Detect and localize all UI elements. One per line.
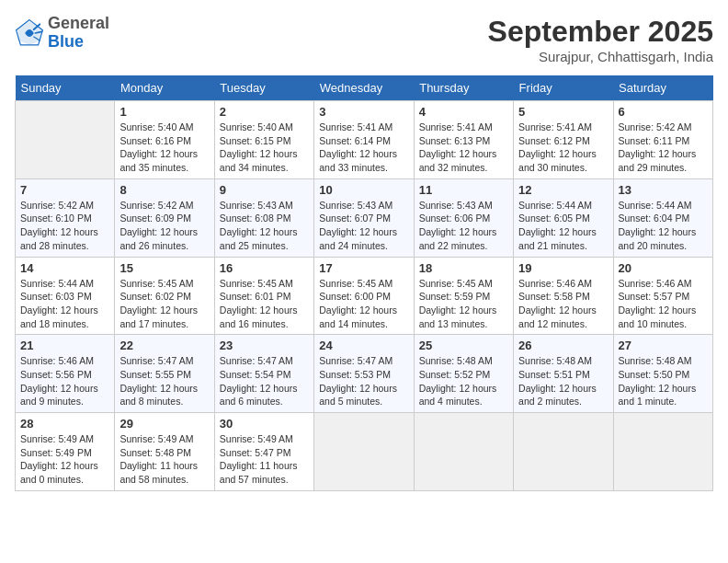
day-number: 3 bbox=[319, 105, 408, 119]
day-info: Sunrise: 5:49 AMSunset: 5:49 PMDaylight:… bbox=[20, 432, 109, 487]
calendar-cell: 12Sunrise: 5:44 AMSunset: 6:05 PMDayligh… bbox=[514, 178, 613, 257]
day-number: 15 bbox=[119, 261, 209, 275]
calendar-cell: 5Sunrise: 5:41 AMSunset: 6:12 PMDaylight… bbox=[514, 101, 613, 179]
day-info: Sunrise: 5:47 AMSunset: 5:55 PMDaylight:… bbox=[119, 354, 209, 408]
logo-blue-text: Blue bbox=[48, 32, 84, 51]
day-info: Sunrise: 5:44 AMSunset: 6:04 PMDaylight:… bbox=[619, 199, 708, 253]
calendar-cell bbox=[414, 413, 513, 491]
calendar-cell: 1Sunrise: 5:40 AMSunset: 6:16 PMDaylight… bbox=[115, 101, 214, 179]
day-number: 13 bbox=[619, 183, 708, 197]
logo: General Blue bbox=[15, 15, 109, 52]
calendar-cell: 9Sunrise: 5:43 AMSunset: 6:08 PMDaylight… bbox=[214, 178, 313, 257]
calendar-cell: 10Sunrise: 5:43 AMSunset: 6:07 PMDayligh… bbox=[314, 178, 414, 257]
calendar-cell: 6Sunrise: 5:42 AMSunset: 6:11 PMDaylight… bbox=[613, 101, 712, 179]
day-info: Sunrise: 5:46 AMSunset: 5:58 PMDaylight:… bbox=[518, 277, 608, 331]
day-number: 21 bbox=[20, 339, 109, 352]
day-info: Sunrise: 5:46 AMSunset: 5:57 PMDaylight:… bbox=[619, 277, 708, 331]
day-number: 29 bbox=[119, 417, 209, 431]
day-number: 11 bbox=[419, 183, 508, 197]
day-info: Sunrise: 5:43 AMSunset: 6:06 PMDaylight:… bbox=[419, 199, 508, 253]
location-text: Surajpur, Chhattisgarh, India bbox=[488, 49, 713, 64]
day-number: 28 bbox=[20, 417, 109, 431]
day-number: 17 bbox=[319, 261, 408, 275]
calendar-cell: 19Sunrise: 5:46 AMSunset: 5:58 PMDayligh… bbox=[514, 257, 613, 335]
day-number: 16 bbox=[220, 261, 309, 275]
day-number: 5 bbox=[518, 105, 608, 119]
day-info: Sunrise: 5:48 AMSunset: 5:50 PMDaylight:… bbox=[619, 354, 708, 408]
day-number: 9 bbox=[220, 183, 309, 197]
weekday-header-saturday: Saturday bbox=[613, 75, 712, 101]
day-info: Sunrise: 5:47 AMSunset: 5:54 PMDaylight:… bbox=[220, 354, 309, 408]
weekday-header-sunday: Sunday bbox=[16, 75, 115, 101]
calendar-cell: 23Sunrise: 5:47 AMSunset: 5:54 PMDayligh… bbox=[214, 335, 313, 413]
day-info: Sunrise: 5:45 AMSunset: 6:00 PMDaylight:… bbox=[319, 277, 408, 331]
day-info: Sunrise: 5:49 AMSunset: 5:47 PMDaylight:… bbox=[220, 432, 309, 487]
day-number: 7 bbox=[20, 183, 109, 197]
calendar-cell: 8Sunrise: 5:42 AMSunset: 6:09 PMDaylight… bbox=[115, 178, 214, 257]
calendar-table: SundayMondayTuesdayWednesdayThursdayFrid… bbox=[15, 75, 713, 491]
calendar-week-row: 14Sunrise: 5:44 AMSunset: 6:03 PMDayligh… bbox=[16, 257, 713, 335]
calendar-cell: 24Sunrise: 5:47 AMSunset: 5:53 PMDayligh… bbox=[314, 335, 414, 413]
calendar-cell: 3Sunrise: 5:41 AMSunset: 6:14 PMDaylight… bbox=[314, 101, 414, 179]
day-info: Sunrise: 5:47 AMSunset: 5:53 PMDaylight:… bbox=[319, 354, 408, 408]
day-info: Sunrise: 5:45 AMSunset: 5:59 PMDaylight:… bbox=[419, 277, 508, 331]
calendar-cell: 21Sunrise: 5:46 AMSunset: 5:56 PMDayligh… bbox=[16, 335, 115, 413]
day-info: Sunrise: 5:45 AMSunset: 6:01 PMDaylight:… bbox=[220, 277, 309, 331]
day-info: Sunrise: 5:41 AMSunset: 6:12 PMDaylight:… bbox=[518, 121, 608, 175]
day-info: Sunrise: 5:49 AMSunset: 5:48 PMDaylight:… bbox=[119, 432, 209, 487]
month-title: September 2025 bbox=[488, 15, 713, 49]
calendar-cell: 7Sunrise: 5:42 AMSunset: 6:10 PMDaylight… bbox=[16, 178, 115, 257]
day-number: 19 bbox=[518, 261, 608, 275]
calendar-cell: 13Sunrise: 5:44 AMSunset: 6:04 PMDayligh… bbox=[613, 178, 712, 257]
calendar-cell bbox=[613, 413, 712, 491]
logo-general-text: General bbox=[48, 14, 109, 32]
day-info: Sunrise: 5:42 AMSunset: 6:09 PMDaylight:… bbox=[119, 199, 209, 253]
day-info: Sunrise: 5:42 AMSunset: 6:11 PMDaylight:… bbox=[619, 121, 708, 175]
day-number: 20 bbox=[619, 261, 708, 275]
calendar-cell: 16Sunrise: 5:45 AMSunset: 6:01 PMDayligh… bbox=[214, 257, 313, 335]
calendar-cell: 29Sunrise: 5:49 AMSunset: 5:48 PMDayligh… bbox=[115, 413, 214, 491]
calendar-cell bbox=[514, 413, 613, 491]
day-number: 22 bbox=[119, 339, 209, 352]
day-number: 23 bbox=[220, 339, 309, 352]
day-number: 12 bbox=[518, 183, 608, 197]
calendar-cell: 18Sunrise: 5:45 AMSunset: 5:59 PMDayligh… bbox=[414, 257, 513, 335]
calendar-cell: 15Sunrise: 5:45 AMSunset: 6:02 PMDayligh… bbox=[115, 257, 214, 335]
day-info: Sunrise: 5:41 AMSunset: 6:14 PMDaylight:… bbox=[319, 121, 408, 175]
day-info: Sunrise: 5:43 AMSunset: 6:08 PMDaylight:… bbox=[220, 199, 309, 253]
day-info: Sunrise: 5:48 AMSunset: 5:51 PMDaylight:… bbox=[518, 354, 608, 408]
calendar-cell: 27Sunrise: 5:48 AMSunset: 5:50 PMDayligh… bbox=[613, 335, 712, 413]
weekday-header-monday: Monday bbox=[115, 75, 214, 101]
day-info: Sunrise: 5:45 AMSunset: 6:02 PMDaylight:… bbox=[119, 277, 209, 331]
calendar-cell: 14Sunrise: 5:44 AMSunset: 6:03 PMDayligh… bbox=[16, 257, 115, 335]
calendar-week-row: 28Sunrise: 5:49 AMSunset: 5:49 PMDayligh… bbox=[16, 413, 713, 491]
title-section: September 2025 Surajpur, Chhattisgarh, I… bbox=[488, 15, 713, 64]
calendar-cell: 25Sunrise: 5:48 AMSunset: 5:52 PMDayligh… bbox=[414, 335, 513, 413]
day-number: 18 bbox=[419, 261, 508, 275]
calendar-cell: 28Sunrise: 5:49 AMSunset: 5:49 PMDayligh… bbox=[16, 413, 115, 491]
calendar-cell: 26Sunrise: 5:48 AMSunset: 5:51 PMDayligh… bbox=[514, 335, 613, 413]
day-info: Sunrise: 5:40 AMSunset: 6:16 PMDaylight:… bbox=[119, 121, 209, 175]
day-number: 8 bbox=[119, 183, 209, 197]
calendar-cell: 20Sunrise: 5:46 AMSunset: 5:57 PMDayligh… bbox=[613, 257, 712, 335]
calendar-cell bbox=[16, 101, 115, 179]
day-info: Sunrise: 5:44 AMSunset: 6:05 PMDaylight:… bbox=[518, 199, 608, 253]
calendar-cell: 4Sunrise: 5:41 AMSunset: 6:13 PMDaylight… bbox=[414, 101, 513, 179]
calendar-week-row: 7Sunrise: 5:42 AMSunset: 6:10 PMDaylight… bbox=[16, 178, 713, 257]
day-info: Sunrise: 5:46 AMSunset: 5:56 PMDaylight:… bbox=[20, 354, 109, 408]
calendar-cell: 11Sunrise: 5:43 AMSunset: 6:06 PMDayligh… bbox=[414, 178, 513, 257]
day-number: 4 bbox=[419, 105, 508, 119]
calendar-cell: 30Sunrise: 5:49 AMSunset: 5:47 PMDayligh… bbox=[214, 413, 313, 491]
day-number: 26 bbox=[518, 339, 608, 352]
weekday-header-tuesday: Tuesday bbox=[214, 75, 313, 101]
page-header: General Blue September 2025 Surajpur, Ch… bbox=[15, 15, 713, 64]
day-info: Sunrise: 5:48 AMSunset: 5:52 PMDaylight:… bbox=[419, 354, 508, 408]
day-number: 14 bbox=[20, 261, 109, 275]
day-number: 10 bbox=[319, 183, 408, 197]
logo-icon bbox=[15, 18, 44, 48]
calendar-week-row: 1Sunrise: 5:40 AMSunset: 6:16 PMDaylight… bbox=[16, 101, 713, 179]
day-number: 2 bbox=[220, 105, 309, 119]
day-number: 27 bbox=[619, 339, 708, 352]
weekday-header-row: SundayMondayTuesdayWednesdayThursdayFrid… bbox=[16, 75, 713, 101]
weekday-header-thursday: Thursday bbox=[414, 75, 513, 101]
